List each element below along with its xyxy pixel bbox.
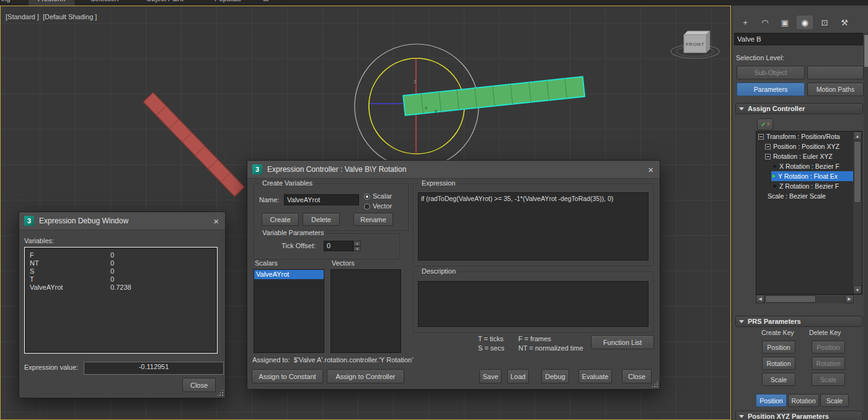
position-xyz-rollout[interactable]: Position XYZ Parameters (735, 411, 863, 420)
ribbon-tab-selection[interactable]: Selection (86, 0, 123, 6)
rename-button[interactable]: Rename (353, 213, 393, 226)
debug-close-button[interactable]: Close (182, 378, 216, 392)
valve-a-object[interactable] (143, 92, 244, 197)
create-button[interactable]: Create (262, 213, 299, 226)
ribbon-tab-object-paint[interactable]: Object Paint (141, 0, 188, 6)
resize-grip-icon[interactable] (216, 389, 224, 396)
tree-item-transform[interactable]: Transform : Position/Rota (756, 132, 854, 141)
tree-vscrollbar[interactable]: ▲ ▼ (853, 132, 862, 294)
max-app-icon: 3 (24, 216, 34, 226)
viewcube-front-face-label[interactable]: FRONT (686, 42, 704, 47)
function-list-button[interactable]: Function List (591, 335, 654, 349)
prs-scale-button[interactable]: Scale (820, 394, 849, 407)
debug-variable-row: T0 (30, 275, 212, 284)
ribbon-window-icon[interactable]: ▤ (263, 0, 268, 6)
expression-textarea[interactable]: if (radToDeg(ValveAYrot) >= 35, -1*(Valv… (418, 192, 649, 261)
utilities-tab-icon[interactable]: ⚒ (836, 16, 852, 29)
description-textarea[interactable] (418, 281, 649, 327)
delete-key-position-button[interactable]: Position (812, 341, 845, 354)
create-key-scale-button[interactable]: Scale (762, 373, 795, 386)
selection-level-label: Selection Level: (736, 54, 784, 61)
debug-button[interactable]: Debug (541, 369, 569, 383)
command-panel: + ◠ ▣ ◉ ⊡ ⚒ Selection Level: Sub-Object … (732, 6, 868, 420)
tree-item-z-rotation[interactable]: Z Rotation : Bezier F (756, 181, 854, 191)
controller-tree[interactable]: Transform : Position/Rota Position : Pos… (756, 131, 862, 295)
scalars-list[interactable]: ValveAYrot (254, 269, 324, 353)
modify-tab-icon[interactable]: ◠ (757, 16, 773, 29)
close-button[interactable]: Close (622, 369, 652, 383)
resize-grip-icon[interactable] (651, 380, 658, 388)
expression-group-label: Expression (418, 179, 458, 187)
rollout-arrow-icon (739, 107, 744, 110)
ribbon-tab-populate[interactable]: Populate (210, 0, 246, 6)
tree-vscroll-thumb[interactable] (854, 141, 861, 203)
tree-item-y-rotation[interactable]: Y Rotation : Float Ex (756, 171, 854, 181)
save-button[interactable]: Save (479, 369, 502, 383)
delete-button[interactable]: Delete (303, 213, 340, 226)
tick-offset-label: Tick Offset: (281, 242, 316, 249)
scroll-left-icon[interactable]: ◀ (756, 295, 764, 303)
hierarchy-tab-icon[interactable]: ▣ (777, 16, 793, 29)
unlabeled-button[interactable] (807, 66, 864, 79)
scalar-list-item[interactable]: ValveAYrot (254, 270, 324, 279)
panel-scrollbar[interactable] (864, 33, 868, 420)
ribbon-tab-freeform[interactable]: Freeform (29, 0, 74, 6)
collapse-icon[interactable] (765, 154, 771, 159)
create-key-position-button[interactable]: Position (762, 341, 795, 354)
viewcube[interactable]: FRONT (671, 31, 719, 58)
parameters-button[interactable]: Parameters (737, 83, 805, 96)
motion-tab-icon[interactable]: ◉ (797, 16, 813, 29)
debug-window-titlebar[interactable]: 3 Expression Debug Window × (19, 212, 225, 230)
evaluate-button[interactable]: Evaluate (578, 369, 612, 383)
spinner-up-icon[interactable]: ▴ (353, 241, 361, 246)
prs-position-button[interactable]: Position (756, 394, 787, 407)
debug-window-title: Expression Debug Window (39, 217, 128, 225)
assign-controller-rollout[interactable]: Assign Controller (735, 103, 863, 114)
scroll-down-icon[interactable]: ▼ (853, 285, 862, 294)
assign-controller-button[interactable]: ✓ ? (757, 118, 773, 130)
tree-hscroll-thumb[interactable] (765, 295, 816, 303)
collapse-icon[interactable] (765, 144, 771, 150)
tree-hscrollbar[interactable]: ◀ ▶ (756, 295, 854, 303)
radio-off-icon[interactable] (364, 203, 370, 210)
load-button[interactable]: Load (507, 369, 529, 383)
prs-parameters-rollout[interactable]: PRS Parameters (735, 316, 863, 327)
create-key-rotation-button[interactable]: Rotation (762, 357, 795, 370)
tree-item-rotation[interactable]: Rotation : Euler XYZ (756, 151, 854, 161)
scalar-radio[interactable]: Scalar (364, 192, 392, 200)
scroll-up-icon[interactable]: ▲ (853, 132, 862, 140)
object-name-field[interactable] (734, 33, 863, 45)
description-group-label: Description (418, 267, 459, 275)
vector-radio[interactable]: Vector (364, 202, 392, 210)
tick-offset-value[interactable]: 0 (324, 241, 353, 251)
delete-key-scale-button[interactable]: Scale (812, 373, 845, 386)
scroll-right-icon[interactable]: ▶ (845, 295, 854, 303)
ribbon-tab-modeling[interactable]: ing (0, 0, 12, 6)
debug-variables-list[interactable]: F0 NT0 S0 T0 ValveAYrot0.7238 (24, 247, 218, 354)
assign-to-constant-button[interactable]: Assign to Constant (252, 369, 323, 383)
motion-paths-button[interactable]: Motion Paths (807, 83, 864, 96)
tick-offset-spinner[interactable]: 0 ▴ ▾ (324, 241, 361, 251)
create-variables-group-label: Create Variables (259, 179, 316, 187)
display-tab-icon[interactable]: ⊡ (817, 16, 833, 29)
assign-to-controller-button[interactable]: Assign to Controller (327, 369, 404, 383)
expression-dialog-titlebar[interactable]: 3 Expression Controller : Valve B\Y Rota… (247, 161, 660, 179)
tree-item-scale[interactable]: Scale : Bezier Scale (756, 191, 854, 201)
tree-item-position[interactable]: Position : Position XYZ (756, 141, 854, 151)
variable-name-input[interactable] (284, 194, 359, 205)
valve-b-object[interactable] (403, 77, 585, 115)
close-icon[interactable]: × (647, 165, 655, 174)
collapse-icon[interactable] (758, 134, 764, 140)
close-icon[interactable]: × (212, 217, 220, 226)
spinner-down-icon[interactable]: ▾ (353, 246, 361, 252)
prs-rotation-button[interactable]: Rotation (788, 394, 819, 407)
radio-on-icon[interactable] (364, 194, 370, 200)
delete-key-rotation-button[interactable]: Rotation (812, 357, 845, 370)
sub-object-button[interactable]: Sub-Object (737, 66, 805, 79)
tree-item-x-rotation[interactable]: X Rotation : Bezier F (756, 161, 854, 171)
create-tab-icon[interactable]: + (737, 16, 753, 29)
controller-arrow-icon (773, 174, 776, 178)
controller-tree-list: Transform : Position/Rota Position : Pos… (756, 132, 854, 294)
panel-scrollbar-thumb[interactable] (864, 34, 868, 68)
vectors-list[interactable] (330, 269, 401, 353)
